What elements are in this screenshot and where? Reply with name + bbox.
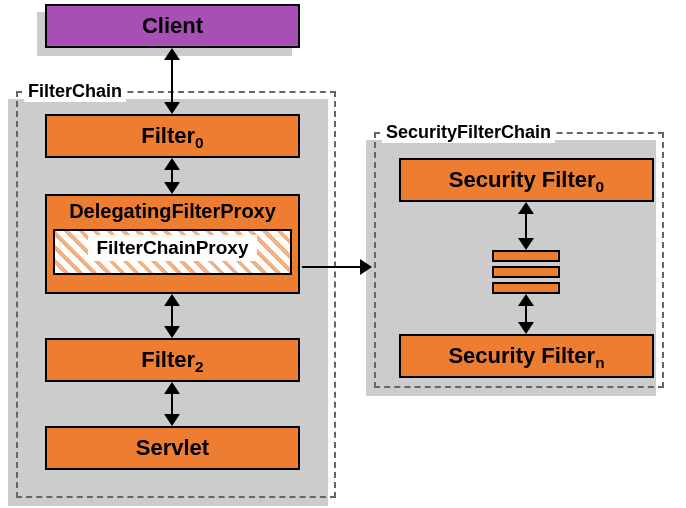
filter2-box: Filter2	[45, 338, 300, 382]
sf0-sub: 0	[596, 178, 605, 195]
sf0-box: Security Filter0	[399, 158, 654, 202]
fcproxy-inner: FilterChainProxy	[88, 235, 256, 261]
sfn-label: Security Filter	[448, 343, 595, 368]
arrow-client-f0	[171, 50, 173, 112]
filter2-label: Filter	[141, 347, 195, 372]
filterchain-label: FilterChain	[24, 81, 126, 102]
filter0-label: Filter	[141, 123, 195, 148]
client-label: Client	[142, 13, 203, 38]
client-box: Client	[45, 4, 300, 48]
arrow-del-f2	[171, 296, 173, 336]
arrow-f0-del	[171, 160, 173, 192]
delegating-box: DelegatingFilterProxy FilterChainProxy	[45, 194, 300, 294]
sfn-sub: n	[595, 354, 604, 371]
arrow-stack-sfn	[525, 296, 527, 332]
arrow-sf0-stack	[525, 204, 527, 248]
filter2-sub: 2	[195, 358, 204, 375]
filter0-box: Filter0	[45, 114, 300, 158]
arrow-fcp-sfc	[302, 266, 370, 268]
sfc-label: SecurityFilterChain	[382, 122, 555, 143]
stack-icon	[492, 250, 560, 294]
filter0-sub: 0	[195, 134, 204, 151]
sf0-label: Security Filter	[449, 167, 596, 192]
servlet-box: Servlet	[45, 426, 300, 470]
delegating-label: DelegatingFilterProxy	[53, 200, 292, 223]
arrow-f2-servlet	[171, 384, 173, 424]
sfn-box: Security Filtern	[399, 334, 654, 378]
fcproxy-box: FilterChainProxy	[53, 229, 292, 275]
servlet-label: Servlet	[136, 435, 209, 460]
